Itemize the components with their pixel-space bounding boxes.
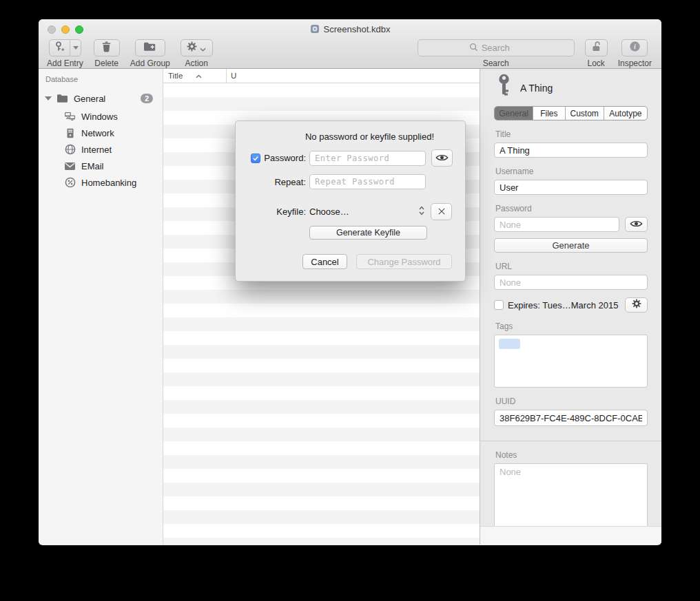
clear-keyfile-button[interactable] xyxy=(431,203,452,220)
tab-autotype[interactable]: Autotype xyxy=(604,107,647,120)
stepper-icon xyxy=(418,205,425,219)
inspector-label: Inspector xyxy=(618,59,652,68)
dialog-keyfile-label: Keyfile: xyxy=(276,207,306,217)
divider xyxy=(480,441,661,441)
gear-icon xyxy=(632,299,641,311)
folder-plus-icon xyxy=(143,41,156,54)
network-icon xyxy=(64,128,76,138)
title-label: Title xyxy=(495,129,648,139)
search-icon xyxy=(469,42,478,54)
sort-ascending-icon xyxy=(196,72,223,80)
url-field[interactable] xyxy=(494,275,648,290)
close-x-icon xyxy=(438,206,446,218)
notes-field[interactable] xyxy=(494,463,648,529)
lock-button[interactable] xyxy=(585,39,608,56)
password-field[interactable] xyxy=(494,217,619,232)
sidebar-item-homebanking[interactable]: Homebanking xyxy=(39,174,163,191)
add-group-button[interactable] xyxy=(135,39,165,56)
toolbar-delete: Delete xyxy=(94,39,120,68)
tab-files[interactable]: Files xyxy=(533,107,565,120)
dropdown-arrow-icon xyxy=(73,46,79,50)
email-icon xyxy=(64,162,76,171)
sidebar-item-network[interactable]: Network xyxy=(39,125,163,141)
enter-password-input[interactable] xyxy=(309,151,426,166)
toolbar-add-group: Add Group xyxy=(130,39,170,68)
action-label: Action xyxy=(185,59,208,68)
eye-icon xyxy=(435,152,449,165)
sidebar-item-email[interactable]: EMail xyxy=(39,158,163,174)
sidebar-group-general[interactable]: General 2 xyxy=(39,91,163,106)
password-checkbox[interactable] xyxy=(251,154,260,163)
toolbar-search: Search xyxy=(418,39,575,68)
generate-password-button[interactable]: Generate xyxy=(494,238,648,253)
username-label: Username xyxy=(495,167,648,176)
add-group-label: Add Group xyxy=(130,59,170,68)
expires-label: Expires: Tues…March 2015 xyxy=(508,300,625,310)
password-label: Password xyxy=(495,204,648,213)
reveal-password-button[interactable] xyxy=(625,217,648,232)
key-icon xyxy=(497,74,511,103)
svg-text:i: i xyxy=(634,43,636,50)
show-password-button[interactable] xyxy=(431,149,453,167)
url-label: URL xyxy=(495,262,648,271)
sidebar-item-label: Windows xyxy=(81,112,118,122)
title-field[interactable] xyxy=(494,143,648,158)
sidebar-item-windows[interactable]: Windows xyxy=(39,108,163,125)
username-field[interactable] xyxy=(494,180,648,195)
expires-checkbox[interactable] xyxy=(494,300,504,310)
chevron-down-icon xyxy=(200,42,206,54)
uuid-field[interactable] xyxy=(494,410,648,426)
disclosure-triangle-icon[interactable] xyxy=(45,96,52,101)
column-header-title[interactable]: Title xyxy=(163,69,227,83)
generate-keyfile-button[interactable]: Generate Keyfile xyxy=(309,226,427,240)
unlock-icon xyxy=(591,41,601,55)
change-password-button[interactable]: Change Password xyxy=(356,254,452,269)
notes-label: Notes xyxy=(495,450,648,460)
folder-icon xyxy=(56,94,68,103)
sidebar-item-label: Internet xyxy=(81,145,112,155)
cancel-button[interactable]: Cancel xyxy=(302,254,347,269)
window-chrome: Screenshot.kdbx Add Entry Delete xyxy=(39,19,661,69)
keyfile-popup-value: Choose… xyxy=(309,207,418,217)
inspector-footer xyxy=(480,526,661,545)
window-title-bar: Screenshot.kdbx xyxy=(39,19,661,39)
expires-settings-button[interactable] xyxy=(625,297,648,313)
search-label: Search xyxy=(483,59,509,68)
search-field[interactable] xyxy=(418,39,575,56)
sidebar-item-label: Homebanking xyxy=(81,178,136,188)
sidebar-item-label: EMail xyxy=(81,161,104,171)
tags-field[interactable] xyxy=(494,335,648,388)
add-entry-button[interactable] xyxy=(50,40,70,56)
delete-button[interactable] xyxy=(94,39,120,56)
repeat-password-input[interactable] xyxy=(309,174,426,189)
gear-icon xyxy=(187,41,197,54)
document-icon xyxy=(310,24,320,34)
tab-general[interactable]: General xyxy=(495,107,533,120)
add-entry-dropdown-button[interactable] xyxy=(70,40,81,56)
info-icon: i xyxy=(629,41,641,55)
toolbar-inspector: i Inspector xyxy=(618,39,652,68)
lock-label: Lock xyxy=(587,59,604,68)
inspector-panel: A Thing General Files Custom Autotype Ti… xyxy=(480,69,661,545)
uuid-label: UUID xyxy=(495,397,648,406)
add-entry-label: Add Entry xyxy=(47,59,83,68)
tag-chip[interactable] xyxy=(499,339,520,349)
inspector-button[interactable]: i xyxy=(621,39,648,56)
keyfile-popup[interactable]: Choose… xyxy=(309,205,425,219)
column-header-username[interactable]: U xyxy=(227,69,480,83)
entry-title: A Thing xyxy=(520,83,553,94)
app-window: Screenshot.kdbx Add Entry Delete xyxy=(39,19,661,545)
sidebar-group-label: General xyxy=(74,94,141,104)
delete-label: Delete xyxy=(94,59,119,68)
dialog-repeat-label: Repeat: xyxy=(274,177,306,187)
homebanking-icon xyxy=(64,177,76,188)
tab-custom[interactable]: Custom xyxy=(565,107,604,120)
toolbar-add-entry: Add Entry xyxy=(47,39,83,68)
action-button[interactable] xyxy=(181,39,213,56)
sidebar-item-internet[interactable]: Internet xyxy=(39,141,163,158)
internet-icon xyxy=(64,144,76,155)
dialog-message: No password or keyfile supplied! xyxy=(287,131,453,142)
sidebar-item-label: Network xyxy=(81,128,114,138)
checkmark-icon xyxy=(252,152,259,165)
search-input[interactable] xyxy=(482,43,523,53)
